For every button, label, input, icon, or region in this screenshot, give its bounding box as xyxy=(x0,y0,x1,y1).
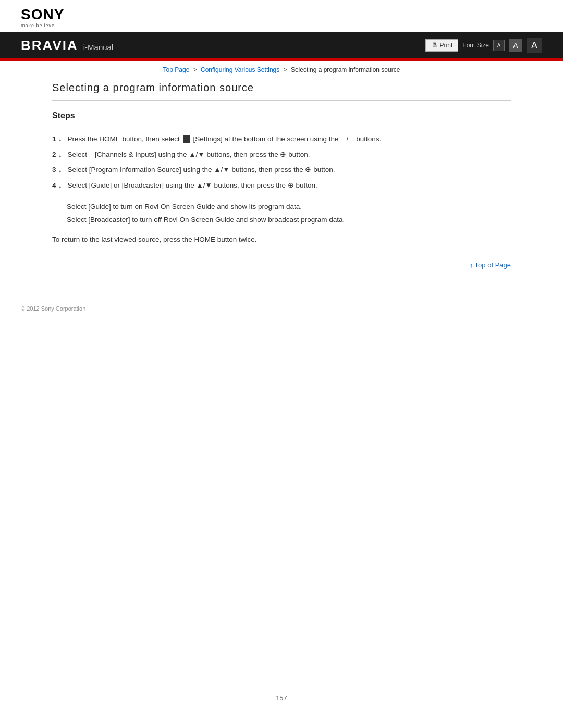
top-arrow-icon: ↑ xyxy=(470,261,473,269)
step-2-num: 2． xyxy=(52,149,64,161)
font-large-button[interactable]: A xyxy=(527,38,542,53)
top-of-page-area: ↑Top of Page xyxy=(52,261,511,269)
breadcrumb-sep-2: > xyxy=(284,66,287,73)
bravia-brand: BRAVIA i-Manual xyxy=(21,38,113,54)
step-2-content: Select [Channels & Inputs] using the ▲/▼… xyxy=(68,149,511,161)
print-button[interactable]: 🖶 Print xyxy=(425,39,459,52)
print-label: Print xyxy=(440,42,453,49)
step-3-num: 3． xyxy=(52,164,64,176)
page-number: 157 xyxy=(0,684,563,712)
sony-tagline: make.believe xyxy=(21,23,55,28)
settings-icon xyxy=(183,135,190,143)
sony-logo-text: SONY xyxy=(21,6,64,23)
font-size-label: Font Size xyxy=(462,42,489,49)
breadcrumb-configuring[interactable]: Configuring Various Settings xyxy=(201,66,279,73)
page-title: Selecting a program information source xyxy=(52,82,511,101)
step-1: 1． Press the HOME button, then select [S… xyxy=(52,133,511,145)
step-3-content: Select [Program Information Source] usin… xyxy=(68,164,511,176)
step-4: 4． Select [Guide] or [Broadcaster] using… xyxy=(52,180,511,191)
nav-bar: BRAVIA i-Manual 🖶 Print Font Size A A A xyxy=(0,32,563,58)
step-4-indent-1: Select [Guide] to turn on Rovi On Screen… xyxy=(67,201,511,213)
top-of-page-link[interactable]: ↑Top of Page xyxy=(470,261,511,269)
breadcrumb: Top Page > Configuring Various Settings … xyxy=(0,61,563,77)
step-3: 3． Select [Program Information Source] u… xyxy=(52,164,511,176)
top-of-page-text: Top of Page xyxy=(475,261,511,269)
step-1-content: Press the HOME button, then select [Sett… xyxy=(68,133,511,145)
imanual-text: i-Manual xyxy=(83,43,114,52)
sony-logo: SONY make.believe xyxy=(21,6,542,28)
page-wrapper: SONY make.believe BRAVIA i-Manual 🖶 Prin… xyxy=(0,0,563,728)
breadcrumb-top-page[interactable]: Top Page xyxy=(163,66,190,73)
nav-right: 🖶 Print Font Size A A A xyxy=(425,38,542,53)
font-medium-button[interactable]: A xyxy=(509,39,522,52)
font-small-button[interactable]: A xyxy=(493,40,505,51)
steps-heading: Steps xyxy=(52,111,511,125)
copyright: © 2012 Sony Corporation xyxy=(0,300,563,317)
print-icon: 🖶 xyxy=(431,42,437,49)
step-4-content: Select [Guide] or [Broadcaster] using th… xyxy=(68,180,511,191)
main-content: Selecting a program information source S… xyxy=(0,77,563,300)
steps-list: 1． Press the HOME button, then select [S… xyxy=(52,133,511,191)
step-2: 2． Select [Channels & Inputs] using the … xyxy=(52,149,511,161)
step-4-indent-2: Select [Broadcaster] to turn off Rovi On… xyxy=(67,214,511,226)
header-top: SONY make.believe xyxy=(0,0,563,32)
breadcrumb-current: Selecting a program information source xyxy=(291,66,400,73)
return-note: To return to the last viewed source, pre… xyxy=(52,234,511,245)
breadcrumb-sep-1: > xyxy=(193,66,197,73)
step-1-num: 1． xyxy=(52,133,64,145)
step-4-num: 4． xyxy=(52,180,64,191)
bravia-logo-text: BRAVIA xyxy=(21,38,78,54)
